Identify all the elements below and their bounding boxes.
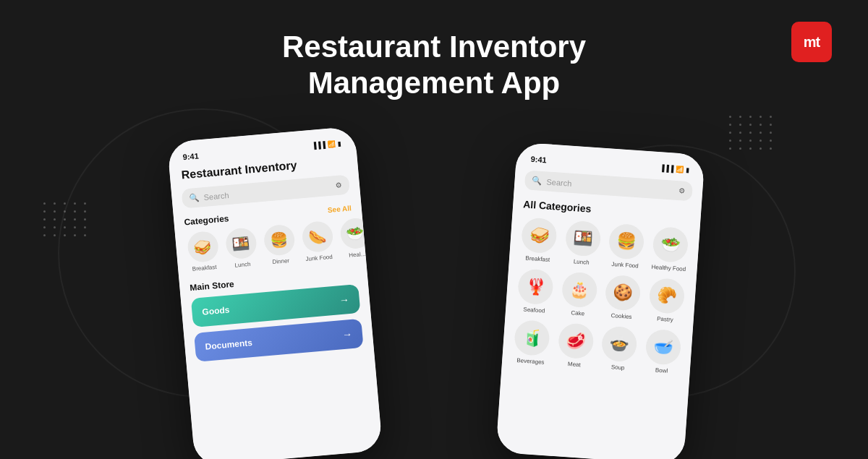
cat-healthy-food-icon: 🥗 [652,226,689,263]
cat-breakfast[interactable]: 🥪 Breakfast [519,217,559,263]
see-all-button-left[interactable]: See All [327,204,352,214]
cat-junk-food-label: Junk Food [611,261,639,270]
cat-breakfast-label: Breakfast [525,255,550,263]
goods-label: Goods [202,305,230,317]
cat-bowl[interactable]: 🥣 Bowl [643,328,683,374]
cat-junk-food[interactable]: 🍔 Junk Food [607,223,647,270]
signal-icon: ▐▐▐ [311,141,326,150]
search-icon-right: 🔍 [532,176,542,186]
page-title: Restaurant Inventory Management App [0,29,868,102]
healthy-icon: 🥗 [339,217,373,250]
cat-beverages-label: Beverages [516,357,545,366]
cat-pastry-label: Pastry [657,316,673,324]
junk-food-icon: 🌭 [301,220,334,254]
filter-icon-left: ⚙ [335,181,342,189]
status-icons-right: ▐▐▐ 📶 ▮ [660,164,690,173]
documents-label: Documents [205,338,252,352]
phone-right-screen: 9:41 ▐▐▐ 📶 ▮ 🔍 Search ⚙ All Categories 🥪… [495,142,705,459]
cat-cake[interactable]: 🎂 Cake [559,271,599,317]
cat-pastry-icon: 🥐 [648,278,685,314]
cat-lunch-label: Lunch [574,258,590,265]
cat-seafood[interactable]: 🦞 Seafood [516,268,556,314]
phone-right: 9:41 ▐▐▐ 📶 ▮ 🔍 Search ⚙ All Categories 🥪… [495,142,705,459]
search-placeholder-left: Search [203,191,229,202]
cat-soup-label: Soup [611,364,625,371]
cat-meat-icon: 🥩 [557,322,594,359]
phones-container: 9:41 ▐▐▐ 📶 ▮ Restaurant Inventory 🔍 Sear… [109,112,760,459]
battery-icon: ▮ [337,140,341,147]
categories-title-left: Categories [184,213,229,227]
category-dinner[interactable]: 🍔 Dinner [261,223,297,266]
cat-soup[interactable]: 🍲 Soup [600,325,639,372]
cat-cake-label: Cake [571,309,584,317]
battery-icon-right: ▮ [686,166,690,173]
cat-cookies-icon: 🍪 [605,275,642,312]
documents-arrow-icon: → [341,328,352,340]
filter-icon-right: ⚙ [678,186,686,195]
cat-cake-icon: 🎂 [561,271,597,308]
cat-beverages-icon: 🧃 [514,319,550,356]
brand-logo: mt [791,22,832,62]
all-categories-title: All Categories [523,198,692,221]
signal-icon-right: ▐▐▐ [660,164,674,172]
breakfast-icon: 🥪 [186,231,219,264]
status-icons-left: ▐▐▐ 📶 ▮ [311,140,341,150]
cat-breakfast-icon: 🥪 [521,217,558,254]
phone-left-screen: 9:41 ▐▐▐ 📶 ▮ Restaurant Inventory 🔍 Sear… [167,126,383,459]
wifi-icon-right: 📶 [676,166,684,173]
cat-healthy-food-label: Healthy Food [651,264,686,273]
category-healthy[interactable]: 🥗 Heal... [338,217,374,259]
junk-food-label: Junk Food [305,254,333,262]
cat-seafood-label: Seafood [523,306,545,314]
cat-cookies-label: Cookies [610,312,631,320]
cat-beverages[interactable]: 🧃 Beverages [512,319,552,366]
category-lunch[interactable]: 🍱 Lunch [224,227,260,270]
wifi-icon: 📶 [328,140,336,148]
healthy-label: Heal... [349,251,366,259]
lunch-label: Lunch [234,261,250,269]
lunch-icon: 🍱 [224,227,258,260]
cat-bowl-icon: 🥣 [644,329,681,366]
cat-junk-food-icon: 🍔 [608,223,645,260]
cat-pastry[interactable]: 🥐 Pastry [647,278,686,324]
cat-meat[interactable]: 🥩 Meat [556,322,595,369]
cat-lunch-icon: 🍱 [564,220,601,257]
dot-grid-left [43,202,88,236]
breakfast-label: Breakfast [192,264,216,273]
goods-arrow-icon: → [339,293,349,306]
dinner-icon: 🍔 [263,223,296,257]
status-time-left: 9:41 [182,151,199,161]
category-breakfast[interactable]: 🥪 Breakfast [185,231,221,273]
status-time-right: 9:41 [530,155,547,165]
cat-meat-label: Meat [568,361,581,368]
phone-left: 9:41 ▐▐▐ 📶 ▮ Restaurant Inventory 🔍 Sear… [167,126,383,459]
all-categories-grid: 🥪 Breakfast 🍱 Lunch 🍔 Junk Food 🥗 Health… [512,217,690,375]
category-junk-food[interactable]: 🌭 Junk Food [299,220,336,263]
cat-bowl-label: Bowl [655,367,668,374]
search-icon-left: 🔍 [189,193,200,203]
search-placeholder-right: Search [546,177,572,187]
cat-soup-icon: 🍲 [601,325,638,362]
categories-row-left: 🥪 Breakfast 🍱 Lunch 🍔 Dinner 🌭 Junk Food… [185,218,356,273]
cat-cookies[interactable]: 🍪 Cookies [603,274,643,320]
cat-healthy-food[interactable]: 🥗 Healthy Food [650,226,690,273]
search-bar-right[interactable]: 🔍 Search ⚙ [524,170,693,201]
dinner-label: Dinner [272,257,289,265]
cat-lunch[interactable]: 🍱 Lunch [563,220,603,266]
header-section: Restaurant Inventory Management App [0,29,868,102]
cat-seafood-icon: 🦞 [517,268,554,305]
